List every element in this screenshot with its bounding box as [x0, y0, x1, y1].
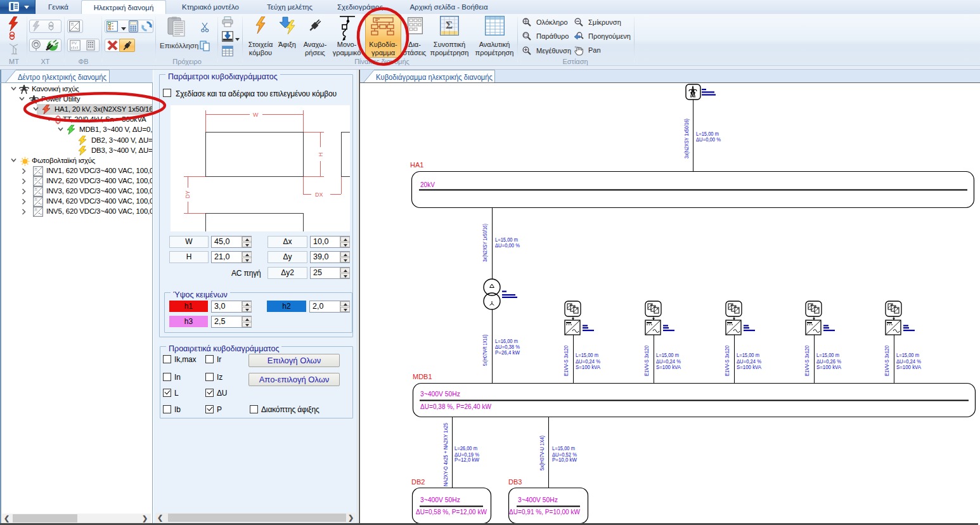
svg-text:3x(N2XSY 1x50/16): 3x(N2XSY 1x50/16)	[482, 224, 488, 262]
svg-text:ΔU=0,91 %, P=10,00 kW: ΔU=0,91 %, P=10,00 kW	[509, 508, 580, 515]
svg-text:DB3: DB3	[508, 478, 522, 486]
svg-text:L=15,00 m: L=15,00 m	[576, 352, 598, 358]
svg-text:S=100 kVA: S=100 kVA	[576, 364, 600, 370]
svg-text:3x(N2XSY 1x50/16): 3x(N2XSY 1x50/16)	[683, 119, 690, 159]
svg-text:S=100 kVA: S=100 kVA	[737, 364, 761, 370]
svg-text:3~400V 50Hz: 3~400V 50Hz	[420, 390, 460, 398]
svg-text:3~400V 50Hz: 3~400V 50Hz	[518, 496, 558, 503]
svg-text:5x(H07V-U 1X4): 5x(H07V-U 1X4)	[539, 436, 545, 470]
svg-text:DY: DY	[184, 190, 191, 198]
svg-text:PV: PV	[72, 41, 77, 45]
svg-text:ΔU=0,00 %: ΔU=0,00 %	[696, 136, 721, 143]
svg-text:DX: DX	[315, 191, 323, 198]
svg-text:E1VV-S 3x120: E1VV-S 3x120	[884, 346, 890, 376]
svg-text:Σ: Σ	[446, 19, 453, 31]
svg-text:L=15,00 m: L=15,00 m	[896, 352, 919, 358]
svg-text:ΔU=0,58 %, P=12,00 kW: ΔU=0,58 %, P=12,00 kW	[416, 508, 487, 515]
svg-text:E1VV-S 3x120: E1VV-S 3x120	[724, 346, 730, 376]
svg-text:W: W	[253, 112, 259, 118]
svg-text:DB2: DB2	[411, 478, 425, 486]
svg-text:E1VV-S 3x120: E1VV-S 3x120	[804, 346, 810, 376]
svg-text:P=26,4 kW: P=26,4 kW	[495, 349, 520, 356]
svg-text:3~400V 50Hz: 3~400V 50Hz	[420, 496, 460, 503]
svg-text:ΔU=0,38 %, P=26,40 kW: ΔU=0,38 %, P=26,40 kW	[420, 403, 491, 410]
svg-text:L=15,00 m: L=15,00 m	[552, 445, 575, 451]
svg-text:HA1: HA1	[410, 161, 423, 169]
svg-text:Κυβοδιάγραμμα ηλεκτρικής διανο: Κυβοδιάγραμμα ηλεκτρικής διανομής	[376, 73, 493, 82]
svg-text:P=12,0 kW: P=12,0 kW	[455, 457, 479, 463]
svg-text:L=15,00 m: L=15,00 m	[737, 352, 759, 358]
svg-text:S=100 kVA: S=100 kVA	[896, 364, 921, 370]
svg-text:5x(H07V-R 1X16): 5x(H07V-R 1X16)	[482, 335, 488, 366]
svg-text:L=15,00 m: L=15,00 m	[656, 352, 679, 358]
svg-text:MDB1: MDB1	[413, 373, 432, 380]
svg-text:L=15,00 m: L=15,00 m	[816, 352, 839, 358]
svg-text:ΔU=0,00 %: ΔU=0,00 %	[495, 242, 520, 249]
svg-text:S=100 kVA: S=100 kVA	[816, 364, 841, 370]
svg-text:S=100 kVA: S=100 kVA	[656, 364, 681, 370]
svg-text:L=26,00 m: L=26,00 m	[455, 445, 477, 451]
svg-text:H: H	[318, 153, 324, 157]
svg-text:E1VV-S 3x120: E1VV-S 3x120	[563, 346, 569, 376]
svg-text:P=10,0 kW: P=10,0 kW	[552, 457, 577, 463]
svg-text:NA2XY-O 4x25 + NA2XY 1x25: NA2XY-O 4x25 + NA2XY 1x25	[442, 423, 449, 486]
svg-text:20kV: 20kV	[420, 181, 435, 188]
svg-text:E1VV-S 3x120: E1VV-S 3x120	[643, 346, 650, 376]
